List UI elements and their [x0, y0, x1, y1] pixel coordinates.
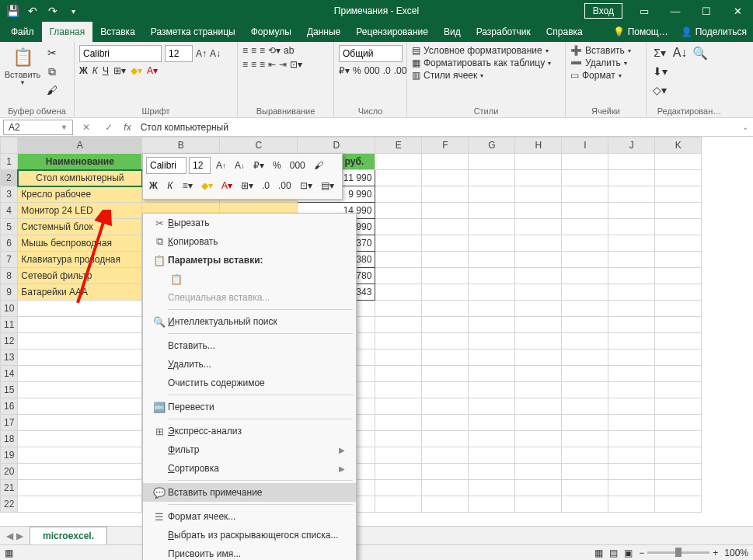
fx-icon[interactable]: fx	[119, 122, 135, 133]
cell[interactable]	[562, 268, 608, 284]
cell[interactable]	[515, 186, 562, 203]
align-middle-icon[interactable]: ≡	[251, 45, 256, 56]
cell[interactable]	[515, 268, 562, 284]
cell[interactable]	[608, 333, 655, 350]
paste-button[interactable]: 📋 Вставить ▼	[5, 45, 40, 86]
cell[interactable]: Стол компьютерный	[18, 170, 142, 186]
mini-inc-dec-icon[interactable]: .0	[259, 177, 273, 194]
col-header[interactable]: J	[608, 137, 655, 154]
cell[interactable]	[562, 333, 608, 350]
cell[interactable]	[422, 366, 469, 382]
cell[interactable]	[422, 170, 469, 186]
mini-fill-icon[interactable]: ◆▾	[198, 177, 216, 194]
cell[interactable]	[375, 154, 422, 170]
cell[interactable]	[562, 301, 608, 317]
cell[interactable]	[422, 284, 469, 301]
maximize-icon[interactable]: ☐	[691, 0, 722, 22]
ctx-cut[interactable]: ✂Вырезать	[143, 214, 356, 232]
cell[interactable]	[18, 350, 142, 366]
view-normal-icon[interactable]: ▦	[594, 548, 603, 558]
sign-in-button[interactable]: Вход	[584, 3, 622, 19]
cell[interactable]	[562, 317, 608, 333]
tab-developer[interactable]: Разработчик	[469, 22, 539, 42]
ctx-pick-from-list[interactable]: Выбрать из раскрывающегося списка...	[143, 526, 356, 544]
align-center-icon[interactable]: ≡	[251, 59, 256, 70]
cell[interactable]	[655, 186, 702, 203]
row-header[interactable]: 17	[1, 415, 18, 431]
ctx-copy[interactable]: ⧉Копировать	[143, 232, 356, 251]
cell[interactable]	[18, 398, 142, 415]
cell[interactable]	[608, 186, 655, 203]
tab-formulas[interactable]: Формулы	[243, 22, 299, 42]
cell[interactable]	[515, 496, 562, 513]
cell[interactable]	[375, 366, 422, 382]
cell[interactable]	[608, 154, 655, 170]
cell[interactable]	[515, 317, 562, 333]
cell[interactable]	[562, 154, 608, 170]
cell[interactable]	[608, 252, 655, 268]
cell[interactable]	[515, 235, 562, 252]
ctx-translate[interactable]: 🔤Перевести	[143, 398, 356, 416]
mini-cond-fmt-icon[interactable]: ▤▾	[318, 177, 337, 194]
font-size-input[interactable]	[165, 45, 193, 62]
cell[interactable]	[562, 480, 608, 496]
cell[interactable]	[655, 480, 702, 496]
align-right-icon[interactable]: ≡	[260, 59, 265, 70]
col-header[interactable]: C	[220, 137, 298, 154]
cell[interactable]	[562, 447, 608, 464]
cell[interactable]	[375, 268, 422, 284]
cell[interactable]	[608, 382, 655, 398]
cell[interactable]	[18, 333, 142, 350]
ctx-paste-option-1[interactable]: 📋	[143, 270, 356, 288]
cell[interactable]	[469, 252, 515, 268]
clear-icon[interactable]: ◇▾	[651, 82, 668, 98]
cell[interactable]	[515, 170, 562, 186]
number-format-input[interactable]	[339, 45, 403, 62]
cut-icon[interactable]: ✂	[44, 45, 61, 61]
row-header[interactable]: 18	[1, 431, 18, 447]
decrease-font-icon[interactable]: A↓	[210, 48, 221, 59]
minimize-icon[interactable]: —	[660, 0, 691, 22]
cell[interactable]: Кресло рабочее	[18, 186, 142, 203]
cell[interactable]	[562, 284, 608, 301]
cell[interactable]	[515, 154, 562, 170]
cell[interactable]	[562, 170, 608, 186]
autosum-icon[interactable]: Σ▾	[651, 45, 668, 61]
ctx-define-name[interactable]: Присвоить имя...	[143, 544, 356, 560]
cell[interactable]	[375, 235, 422, 252]
cell[interactable]	[608, 464, 655, 480]
decrease-decimal-icon[interactable]: .00	[394, 65, 407, 76]
row-header[interactable]: 20	[1, 464, 18, 480]
save-icon[interactable]: 💾	[5, 3, 20, 19]
cell[interactable]	[655, 317, 702, 333]
formula-input[interactable]: Стол компьютерный	[136, 122, 737, 133]
cell[interactable]	[469, 301, 515, 317]
row-header[interactable]: 1	[1, 154, 18, 170]
ctx-insert[interactable]: Вставить...	[143, 336, 356, 355]
cell[interactable]	[608, 219, 655, 235]
tell-me-button[interactable]: 💡Помощ…	[607, 22, 675, 42]
cell[interactable]	[655, 431, 702, 447]
cell[interactable]	[469, 154, 515, 170]
cell[interactable]	[515, 447, 562, 464]
cell[interactable]	[655, 170, 702, 186]
expand-fx-icon[interactable]: ⌄	[737, 123, 753, 131]
cell[interactable]	[422, 252, 469, 268]
cell[interactable]	[469, 366, 515, 382]
cell[interactable]	[469, 317, 515, 333]
cell[interactable]	[375, 350, 422, 366]
cell[interactable]	[375, 415, 422, 431]
cell[interactable]	[469, 235, 515, 252]
cell[interactable]	[515, 415, 562, 431]
cell[interactable]	[655, 203, 702, 219]
enter-icon[interactable]: ✓	[99, 122, 119, 133]
sort-filter-icon[interactable]: A↓	[671, 45, 689, 61]
cell[interactable]	[18, 382, 142, 398]
row-header[interactable]: 9	[1, 284, 18, 301]
cell[interactable]	[562, 431, 608, 447]
format-cells-button[interactable]: ▭Формат▾	[570, 70, 622, 81]
font-name-input[interactable]	[79, 45, 162, 62]
cell[interactable]	[422, 154, 469, 170]
ctx-clear[interactable]: Очистить содержимое	[143, 374, 356, 392]
cell[interactable]	[422, 415, 469, 431]
